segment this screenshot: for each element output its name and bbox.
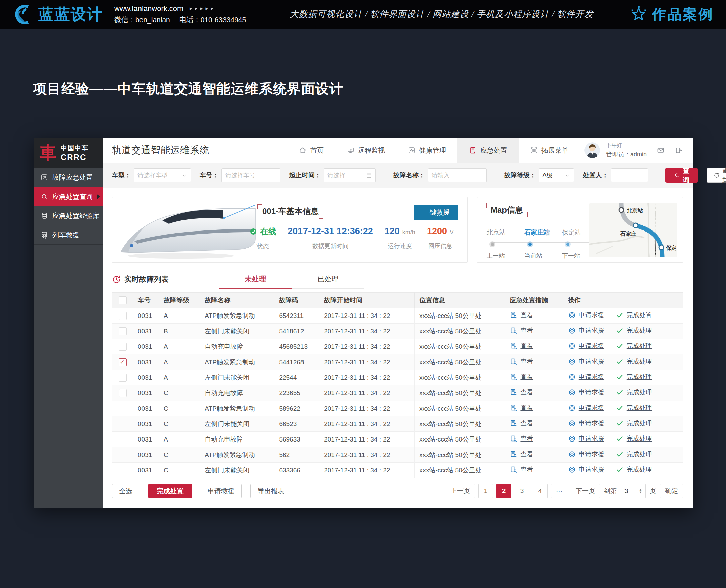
search-button[interactable]: 查询 <box>665 168 698 183</box>
website-link[interactable]: www.lanlanwork.com <box>114 4 183 13</box>
rescue-link[interactable]: 申请求援 <box>568 342 604 351</box>
rescue-link[interactable]: 申请求援 <box>568 373 604 381</box>
reset-button[interactable]: 重置 <box>706 168 726 183</box>
tab-1[interactable]: 已处理 <box>292 274 364 289</box>
filter-control-3[interactable]: 请输入 <box>428 168 487 183</box>
complete-link[interactable]: 完成处理 <box>616 326 652 335</box>
rescue-link[interactable]: 申请求援 <box>568 388 604 397</box>
row-checkbox[interactable] <box>119 312 127 320</box>
complete-link[interactable]: 完成处理 <box>616 373 652 381</box>
emergency-doc-icon <box>469 146 477 154</box>
apply-rescue-button[interactable]: 申请救援 <box>201 483 242 498</box>
check-circle-icon <box>249 228 257 235</box>
avatar[interactable] <box>584 143 600 158</box>
next-page-button[interactable]: 下一页 <box>571 483 600 498</box>
row-checkbox[interactable] <box>119 389 127 397</box>
top-nav-item-4[interactable]: 拓展菜单 <box>519 138 580 163</box>
prev-page-button[interactable]: 上一页 <box>446 483 475 498</box>
cell-grade: C <box>159 385 200 401</box>
goto-confirm-button[interactable]: 确定 <box>660 483 683 498</box>
stat-1: 2017-12-31 12:36:22 数据更新时间 <box>288 226 373 250</box>
sidebar-item-0[interactable]: 故障应急处置 <box>34 168 103 187</box>
complete-link[interactable]: 完成处理 <box>616 357 652 366</box>
export-report-button[interactable]: 导出报表 <box>250 483 291 498</box>
view-link[interactable]: 查看 <box>510 465 533 474</box>
mail-icon[interactable] <box>657 146 665 154</box>
select-all-checkbox[interactable] <box>119 296 127 304</box>
complete-link[interactable]: 完成处理 <box>616 435 652 443</box>
top-nav-item-3[interactable]: 应急处置 <box>457 138 519 163</box>
cell-code: 633366 <box>274 463 319 478</box>
top-nav-item-1[interactable]: 远程监视 <box>335 138 396 163</box>
stat-label: 运行速度 <box>388 242 412 250</box>
rescue-link[interactable]: 申请求援 <box>568 357 604 366</box>
check-icon <box>616 435 624 443</box>
lanlan-logo: 蓝蓝设计 <box>12 4 103 25</box>
view-link[interactable]: 查看 <box>510 357 533 366</box>
row-checkbox[interactable] <box>119 374 127 382</box>
page-button-3[interactable]: 3 <box>515 483 530 498</box>
sidebar-item-3[interactable]: 列车救援 <box>34 226 103 245</box>
filter-label: 故障名称： <box>393 171 425 180</box>
table-header-row: 车号故障等级故障名称故障码故障开始时间位置信息应急处置措施操作 <box>112 293 683 308</box>
cell-code: 66523 <box>274 416 319 432</box>
page-button-4[interactable]: 4 <box>533 483 547 498</box>
top-nav-item-2[interactable]: 健康管理 <box>396 138 457 163</box>
complete-link[interactable]: 完成处理 <box>616 342 652 351</box>
filter-label: 车号： <box>200 171 219 180</box>
view-link[interactable]: 查看 <box>510 435 533 443</box>
cell-code: 569633 <box>274 432 319 447</box>
rescue-link[interactable]: 申请求援 <box>568 403 604 412</box>
view-link[interactable]: 查看 <box>510 450 533 459</box>
rescue-link[interactable]: 申请求援 <box>568 465 604 474</box>
goto-page-input[interactable]: 3▲▼ <box>621 483 646 498</box>
view-link[interactable]: 查看 <box>510 373 533 381</box>
stat-label: 网压信息 <box>428 242 452 250</box>
tab-0[interactable]: 未处理 <box>219 274 292 289</box>
complete-link[interactable]: 完成处理 <box>616 465 652 474</box>
ellipsis-pages[interactable]: ··· <box>551 483 567 498</box>
cell-time: 2017-12-31 11 : 34 : 22 <box>319 323 415 339</box>
page-button-2[interactable]: 2 <box>496 483 511 498</box>
view-link[interactable]: 查看 <box>510 311 533 319</box>
filter-control-2[interactable]: 请选择 <box>324 168 376 183</box>
complete-link[interactable]: 完成处理 <box>616 419 652 428</box>
one-key-rescue-button[interactable]: 一键救援 <box>414 205 458 220</box>
filter-control-1[interactable]: 请选择车号 <box>222 168 280 183</box>
filter-control-4[interactable]: A级 <box>539 168 574 183</box>
view-link[interactable]: 查看 <box>510 342 533 351</box>
row-checkbox[interactable] <box>119 343 127 351</box>
rescue-link[interactable]: 申请求援 <box>568 450 604 459</box>
logout-icon[interactable] <box>675 146 683 154</box>
filter-control-5[interactable] <box>611 168 648 183</box>
stepper-icon[interactable]: ▲▼ <box>639 488 642 493</box>
rescue-link[interactable]: 申请求援 <box>568 419 604 428</box>
sidebar-item-2[interactable]: 应急处置经验库 <box>34 206 103 226</box>
bulk-actions: 全选 完成处置 申请救援 导出报表 <box>112 483 291 498</box>
cell-location: xxx站-ccc站 50公里处 <box>414 432 504 447</box>
complete-link[interactable]: 完成处置 <box>616 311 652 319</box>
page-button-1[interactable]: 1 <box>478 483 493 498</box>
table-row: 0031 C 左侧门未能关闭 66523 2017-12-31 11 : 34 … <box>112 416 683 432</box>
view-link[interactable]: 查看 <box>510 419 533 428</box>
filter-control-0[interactable]: 请选择车型 <box>134 168 191 183</box>
row-checkbox[interactable] <box>119 358 127 366</box>
rescue-link[interactable]: 申请求援 <box>568 326 604 335</box>
complete-link[interactable]: 完成处理 <box>616 450 652 459</box>
row-checkbox[interactable] <box>119 327 127 335</box>
view-link[interactable]: 查看 <box>510 403 533 412</box>
complete-dispose-button[interactable]: 完成处置 <box>148 483 192 498</box>
clock-refresh-icon <box>112 275 121 284</box>
complete-link[interactable]: 完成处理 <box>616 403 652 412</box>
rescue-link[interactable]: 申请求援 <box>568 311 604 319</box>
rescue-link[interactable]: 申请求援 <box>568 435 604 443</box>
cell-fault: 左侧门未能关闭 <box>200 416 274 432</box>
view-link[interactable]: 查看 <box>510 326 533 335</box>
select-all-button[interactable]: 全选 <box>112 483 140 498</box>
complete-link[interactable]: 完成处理 <box>616 388 652 397</box>
sidebar-item-1[interactable]: 应急处置查询 <box>34 187 103 206</box>
top-nav-item-0[interactable]: 首页 <box>287 138 335 163</box>
station-dot <box>527 241 533 247</box>
filter-group-5: 处置人： <box>583 168 648 183</box>
view-link[interactable]: 查看 <box>510 388 533 397</box>
